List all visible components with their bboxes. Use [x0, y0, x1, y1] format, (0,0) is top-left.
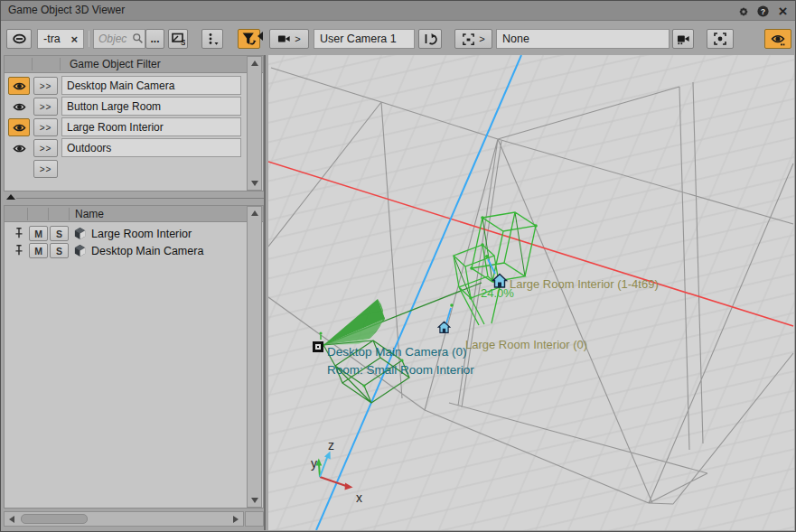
header-separator: [69, 208, 70, 220]
hscroll-thumb[interactable]: [21, 514, 88, 524]
link-filter-button[interactable]: [6, 29, 32, 49]
camera-select-button[interactable]: >: [269, 29, 309, 49]
pin-icon[interactable]: [13, 244, 25, 257]
frame-target-icon: [462, 33, 475, 46]
objects-panel-vscrollbar[interactable]: [247, 206, 262, 508]
mute-button[interactable]: M: [29, 226, 48, 241]
send-filter-button[interactable]: >>: [33, 77, 58, 95]
titlebar[interactable]: Game Object 3D Viewer ? ×: [1, 1, 795, 21]
collapse-up-arrow[interactable]: [6, 194, 15, 200]
filter-panel-header: Game Object Filter: [5, 56, 263, 73]
viewport-3d[interactable]: 24.0%: [268, 55, 794, 530]
fit-frame-icon: [713, 32, 727, 46]
triangle-down-icon: [251, 181, 258, 186]
display-settings-button[interactable]: S: [168, 29, 188, 49]
menu-options-button[interactable]: [201, 29, 223, 49]
filter-row-name[interactable]: Desktop Main Camera: [61, 76, 241, 95]
viewport-canvas[interactable]: 24.0%: [268, 55, 794, 530]
selected-room-label: Large Room Interior (1-4t69): [510, 277, 659, 291]
scroll-down-arrow[interactable]: [248, 494, 261, 507]
header-separator: [27, 208, 28, 220]
more-options-button[interactable]: ...: [145, 29, 164, 49]
solo-button[interactable]: S: [50, 243, 69, 258]
filter-tag-text: -tra: [43, 33, 61, 45]
camera-name-field[interactable]: User Camera 1: [314, 29, 415, 49]
solo-button[interactable]: S: [50, 226, 69, 241]
objects-panel-header: Name: [5, 206, 263, 222]
z-axis-label: z: [328, 438, 334, 453]
scroll-up-arrow[interactable]: [248, 57, 261, 70]
scroll-down-arrow[interactable]: [248, 177, 261, 190]
filter-row-name[interactable]: Button Large Room: [61, 97, 241, 116]
send-filter-button-empty-row[interactable]: >>: [33, 160, 58, 178]
camera-room-label: Room: Small Room Interior: [327, 363, 474, 377]
triangle-up-icon: [251, 210, 258, 216]
panel-splitter[interactable]: [4, 192, 264, 203]
filter-panel-vscrollbar[interactable]: [247, 56, 262, 191]
visibility-eye-toggle[interactable]: [8, 139, 30, 157]
help-circle-icon: ?: [756, 5, 770, 18]
splitter-line: [16, 198, 264, 199]
eye-icon: [770, 32, 786, 46]
settings-gear-icon[interactable]: [735, 4, 751, 19]
search-icon: [132, 33, 144, 44]
triangle-left-icon: [9, 516, 14, 523]
game-object-3d-viewer-window: Game Object 3D Viewer ? × -tra ×: [0, 0, 796, 532]
filter-row-name[interactable]: Outdoors: [61, 138, 241, 157]
triangle-up-icon: [251, 61, 258, 66]
video-camera-icon: [677, 33, 690, 45]
link-icon: [12, 32, 27, 46]
header-separator: [32, 58, 33, 70]
close-icon[interactable]: ×: [775, 4, 791, 19]
eye-icon: [12, 142, 27, 155]
undo-reset-icon: [423, 32, 437, 46]
collapse-panel-arrow[interactable]: [258, 32, 263, 41]
y-axis-label: y: [311, 456, 317, 471]
object-name[interactable]: Desktop Main Camera: [91, 245, 203, 257]
triangle-right-icon: [233, 516, 239, 523]
scrollbar-corner: [245, 511, 264, 527]
name-column-header: Name: [75, 208, 104, 220]
x-axis-label: x: [356, 490, 362, 505]
send-filter-button[interactable]: >>: [33, 98, 58, 116]
scroll-left-arrow[interactable]: [5, 512, 19, 526]
mute-button[interactable]: M: [29, 243, 48, 258]
filter-tag-close-icon[interactable]: ×: [70, 33, 78, 46]
target-select-button[interactable]: >: [454, 29, 492, 49]
svg-text:S: S: [181, 38, 185, 47]
pin-icon[interactable]: [13, 227, 25, 239]
vertical-ellipsis-icon: [205, 32, 220, 46]
filter-row-name[interactable]: Large Room Interior: [61, 117, 241, 136]
room-instance-label: Large Room Interior (0): [465, 338, 587, 351]
eye-icon: [12, 79, 27, 93]
chevron-right: >: [479, 33, 484, 44]
send-filter-button[interactable]: >>: [33, 139, 58, 157]
game-object-filter-panel: Game Object Filter >> Desktop Main Camer…: [4, 55, 264, 191]
visibility-options-button[interactable]: [764, 29, 791, 49]
chevron-right: >: [295, 33, 300, 44]
game-object-cube-icon: [73, 244, 87, 257]
filter-panel-header-label: Game Object Filter: [70, 58, 161, 70]
visibility-eye-toggle[interactable]: [8, 118, 30, 136]
funnel-filter-icon: [241, 32, 257, 47]
filter-tag-chip[interactable]: -tra ×: [37, 29, 84, 49]
visibility-eye-toggle[interactable]: [8, 98, 30, 116]
display-settings-icon: S: [171, 32, 185, 46]
reset-camera-button[interactable]: [418, 29, 442, 49]
camera-options-button[interactable]: [672, 29, 694, 49]
toolbar: -tra × ... S: [1, 21, 795, 55]
visibility-eye-toggle[interactable]: [8, 77, 30, 95]
object-search[interactable]: [93, 29, 145, 49]
toolbar-separator: [89, 31, 89, 47]
object-name[interactable]: Large Room Interior: [91, 228, 192, 240]
scroll-up-arrow[interactable]: [248, 207, 261, 219]
send-filter-button[interactable]: >>: [33, 118, 58, 136]
help-icon[interactable]: ?: [755, 4, 771, 19]
eye-icon: [12, 100, 27, 114]
target-name-field[interactable]: None: [496, 29, 670, 49]
scroll-right-arrow[interactable]: [229, 512, 243, 526]
header-separator: [48, 208, 49, 220]
video-camera-icon: [277, 33, 291, 45]
objects-panel-hscrollbar[interactable]: [4, 511, 244, 527]
frame-selection-button[interactable]: [707, 29, 734, 49]
